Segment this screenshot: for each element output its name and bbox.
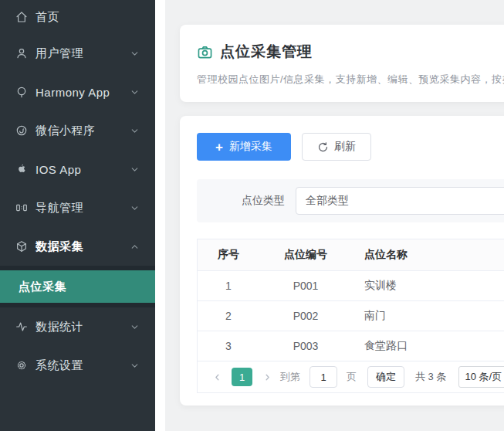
cell-code: P002: [259, 310, 352, 322]
page-subtitle: 管理校园点位图片/信息采集，支持新增、编辑、预览采集内容，按类型: [197, 73, 504, 87]
sidebar-item-label: IOS App: [36, 163, 130, 176]
table-row[interactable]: 2 P002 南门: [198, 300, 504, 331]
main-content: 点位采集管理 管理校园点位图片/信息采集，支持新增、编辑、预览采集内容，按类型 …: [165, 0, 504, 431]
total-count-label: 共 3 条: [415, 370, 446, 384]
sidebar-subitem-point-collection-active[interactable]: 点位采集: [0, 270, 155, 303]
point-type-selected-value: 全部类型: [306, 194, 349, 208]
cell-code: P001: [259, 280, 352, 292]
point-type-select[interactable]: 全部类型: [296, 187, 504, 215]
camera-icon: [197, 44, 213, 60]
filter-label: 点位类型: [242, 194, 285, 208]
user-icon: [15, 47, 28, 59]
table-row[interactable]: 3 P003 食堂路口: [198, 331, 504, 361]
home-icon: [15, 11, 28, 23]
sidebar-item-label: 用户管理: [36, 46, 130, 61]
plus-icon: +: [215, 141, 223, 154]
sidebar-item-label: 系统设置: [36, 358, 130, 373]
goto-confirm-button[interactable]: 确定: [367, 366, 404, 388]
sidebar-item-system-settings[interactable]: 系统设置: [0, 346, 155, 385]
table-row[interactable]: 1 P001 实训楼: [198, 270, 504, 300]
harmony-icon: [15, 86, 28, 98]
goto-page-suffix: 页: [347, 370, 357, 384]
cell-code: P003: [259, 340, 352, 352]
sidebar-item-label: 微信小程序: [36, 124, 130, 138]
goto-page-input[interactable]: [310, 366, 337, 388]
sidebar-item-navigation[interactable]: 导航管理: [0, 188, 155, 227]
sidebar-item-users[interactable]: 用户管理: [0, 34, 155, 73]
pagination: 1 到第 页 确定 共 3 条 10 条/页: [198, 361, 504, 392]
next-page-icon[interactable]: [262, 372, 272, 382]
page-title: 点位采集管理: [220, 42, 313, 62]
sidebar-item-label: 导航管理: [36, 201, 130, 216]
prev-page-icon[interactable]: [211, 372, 222, 382]
column-header-name: 点位名称: [352, 248, 504, 262]
sidebar-item-data-statistics[interactable]: 数据统计: [0, 307, 155, 346]
stats-icon: [15, 321, 28, 333]
sidebar-content-gutter: [155, 0, 165, 431]
sidebar-item-home[interactable]: 首页: [0, 0, 155, 34]
page-header-card: 点位采集管理 管理校园点位图片/信息采集，支持新增、编辑、预览采集内容，按类型: [180, 25, 504, 102]
sidebar-item-label: 首页: [36, 10, 140, 25]
page-title-row: 点位采集管理: [197, 42, 504, 62]
sidebar: 首页 用户管理 Harmony App 微信小程序: [0, 0, 155, 431]
cell-name: 南门: [352, 309, 504, 323]
sidebar-submenu-data-collection: 点位采集: [0, 266, 155, 307]
settings-icon: [15, 359, 28, 372]
chevron-down-icon: [130, 49, 140, 59]
chevron-down-icon: [130, 203, 140, 213]
sidebar-item-data-collection[interactable]: 数据采集: [0, 227, 155, 266]
sidebar-item-label: 数据采集: [36, 239, 130, 254]
add-collection-button[interactable]: + 新增采集: [197, 133, 291, 161]
page-size-select[interactable]: 10 条/页: [458, 366, 504, 388]
chevron-down-icon: [130, 165, 140, 175]
sidebar-item-label: 数据统计: [36, 320, 130, 334]
points-table: 序号 点位编号 点位名称 1 P001 实训楼 2 P002 南门 3 P003: [197, 239, 504, 393]
chevron-down-icon: [130, 322, 140, 332]
wechat-mini-icon: [15, 124, 28, 137]
goto-page-prefix: 到第: [280, 370, 300, 384]
chevron-up-icon: [130, 242, 140, 252]
chevron-down-icon: [130, 87, 140, 97]
refresh-label: 刷新: [334, 140, 356, 154]
sidebar-item-label: Harmony App: [36, 86, 130, 99]
add-collection-label: 新增采集: [229, 140, 272, 154]
main-card: + 新增采集 刷新 点位类型 全部类型 序号: [180, 116, 504, 406]
refresh-button[interactable]: 刷新: [302, 133, 371, 161]
refresh-icon: [317, 141, 329, 153]
page-number-button[interactable]: 1: [232, 368, 252, 386]
nav-icon: [15, 202, 28, 214]
cell-name: 食堂路口: [352, 339, 504, 353]
toolbar: + 新增采集 刷新: [197, 133, 504, 161]
column-header-index: 序号: [198, 248, 259, 262]
apple-icon: [15, 163, 28, 175]
sidebar-item-wechat-mini[interactable]: 微信小程序: [0, 111, 155, 150]
sidebar-item-harmony-app[interactable]: Harmony App: [0, 73, 155, 111]
app-layout: 首页 用户管理 Harmony App 微信小程序: [0, 0, 504, 431]
filter-bar: 点位类型 全部类型: [197, 179, 504, 222]
data-cube-icon: [15, 240, 28, 253]
sidebar-item-ios-app[interactable]: IOS App: [0, 150, 155, 188]
chevron-down-icon: [130, 361, 140, 371]
page-size-value: 10 条/页: [465, 370, 502, 384]
cell-name: 实训楼: [352, 279, 504, 293]
submenu-item-label: 点位采集: [19, 280, 66, 294]
table-header-row: 序号 点位编号 点位名称: [198, 239, 504, 270]
cell-index: 2: [198, 310, 259, 322]
chevron-down-icon: [130, 126, 140, 136]
cell-index: 1: [198, 280, 259, 292]
cell-index: 3: [198, 340, 259, 352]
column-header-code: 点位编号: [259, 248, 352, 262]
